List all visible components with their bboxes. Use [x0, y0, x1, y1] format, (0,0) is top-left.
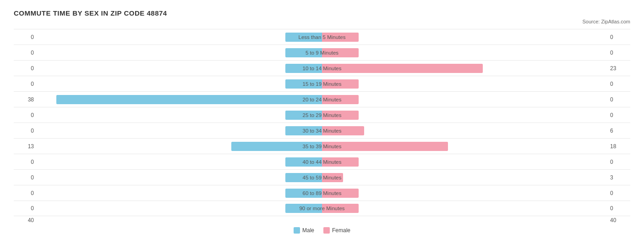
female-value: 0: [607, 205, 630, 212]
female-legend-box: [323, 227, 330, 234]
female-bar: [322, 189, 359, 198]
female-value: 0: [607, 112, 630, 118]
female-bar: [322, 111, 359, 120]
female-bar-wrap: [322, 95, 359, 104]
female-bar-wrap: [322, 48, 359, 57]
chart-row: 090 or more Minutes0: [14, 201, 630, 216]
female-bar-wrap: [322, 33, 359, 42]
male-bar: [285, 64, 322, 73]
axis-right: 40: [607, 217, 630, 223]
legend: Male Female: [14, 227, 630, 234]
male-value: 0: [14, 190, 37, 196]
male-bar: [285, 157, 322, 167]
legend-female: Female: [323, 227, 350, 234]
female-bar-wrap: [322, 111, 359, 120]
female-bar: [322, 64, 483, 73]
bars-container: 40 to 44 Minutes: [37, 154, 607, 169]
bars-container: 5 to 9 Minutes: [37, 45, 607, 60]
male-value: 0: [14, 205, 37, 212]
female-bar: [322, 33, 359, 42]
chart-row: 040 to 44 Minutes0: [14, 154, 630, 169]
female-bar: [322, 126, 364, 135]
chart-row: 3820 to 24 Minutes0: [14, 91, 630, 107]
male-value: 38: [14, 96, 37, 103]
male-bar: [285, 126, 322, 135]
male-legend-box: [294, 227, 300, 234]
axis-row: 40 40: [14, 217, 630, 223]
chart-row: 015 to 19 Minutes0: [14, 76, 630, 91]
female-bar: [322, 173, 343, 182]
male-value: 0: [14, 81, 37, 87]
male-bar-wrap: [285, 33, 322, 42]
female-bar: [322, 79, 359, 89]
male-value: 0: [14, 112, 37, 118]
male-bar-wrap: [285, 64, 322, 73]
bars-container: 45 to 59 Minutes: [37, 170, 607, 185]
source: Source: ZipAtlas.com: [14, 19, 630, 24]
male-bar: [285, 79, 322, 89]
bars-container: 90 or more Minutes: [37, 201, 607, 216]
male-bar: [285, 111, 322, 120]
male-bar-wrap: [285, 189, 322, 198]
chart-row: 0Less than 5 Minutes0: [14, 29, 630, 45]
chart-area: 0Less than 5 Minutes005 to 9 Minutes0010…: [14, 29, 630, 216]
female-value: 0: [607, 34, 630, 40]
female-bar-wrap: [322, 157, 359, 167]
female-bar: [322, 95, 359, 104]
male-value: 13: [14, 143, 37, 150]
bars-container: 20 to 24 Minutes: [37, 92, 607, 107]
bars-container: 25 to 29 Minutes: [37, 107, 607, 123]
axis-left: 40: [14, 217, 37, 223]
male-bar-wrap: [285, 111, 322, 120]
male-value: 0: [14, 159, 37, 165]
bars-container: 30 to 34 Minutes: [37, 123, 607, 138]
female-bar: [322, 142, 448, 151]
bars-container: 10 to 14 Minutes: [37, 61, 607, 76]
female-value: 0: [607, 81, 630, 87]
male-bar-wrap: [285, 173, 322, 182]
male-value: 0: [14, 174, 37, 181]
male-value: 0: [14, 34, 37, 40]
female-value: 3: [607, 174, 630, 181]
chart-row: 05 to 9 Minutes0: [14, 45, 630, 60]
male-bar-wrap: [285, 157, 322, 167]
female-value: 0: [607, 96, 630, 103]
bars-container: Less than 5 Minutes: [37, 29, 607, 45]
male-bar: [231, 142, 322, 151]
male-label: Male: [302, 227, 314, 234]
male-bar-wrap: [56, 95, 322, 104]
female-bar: [322, 48, 359, 57]
male-bar-wrap: [285, 48, 322, 57]
male-bar-wrap: [285, 126, 322, 135]
female-value: 6: [607, 128, 630, 134]
female-value: 18: [607, 143, 630, 150]
chart-row: 045 to 59 Minutes3: [14, 169, 630, 185]
bars-container: 60 to 89 Minutes: [37, 185, 607, 201]
male-bar-wrap: [231, 142, 322, 151]
bars-container: 35 to 39 Minutes: [37, 139, 607, 154]
chart-row: 025 to 29 Minutes0: [14, 107, 630, 123]
chart-row: 010 to 14 Minutes23: [14, 60, 630, 76]
female-bar-wrap: [322, 64, 483, 73]
female-bar-wrap: [322, 126, 364, 135]
male-bar: [285, 204, 322, 213]
chart-row: 1335 to 39 Minutes18: [14, 138, 630, 154]
legend-male: Male: [294, 227, 314, 234]
title: COMMUTE TIME BY SEX IN ZIP CODE 48874: [14, 9, 630, 17]
male-bar-wrap: [285, 79, 322, 89]
female-bar-wrap: [322, 142, 448, 151]
male-value: 0: [14, 50, 37, 56]
male-bar: [285, 33, 322, 42]
female-value: 0: [607, 50, 630, 56]
male-bar: [285, 173, 322, 182]
male-bar: [285, 189, 322, 198]
female-bar-wrap: [322, 173, 343, 182]
female-value: 0: [607, 159, 630, 165]
female-bar-wrap: [322, 204, 359, 213]
female-bar: [322, 204, 359, 213]
male-bar: [285, 48, 322, 57]
female-bar: [322, 157, 359, 167]
male-value: 0: [14, 65, 37, 72]
male-value: 0: [14, 128, 37, 134]
male-bar-wrap: [285, 204, 322, 213]
